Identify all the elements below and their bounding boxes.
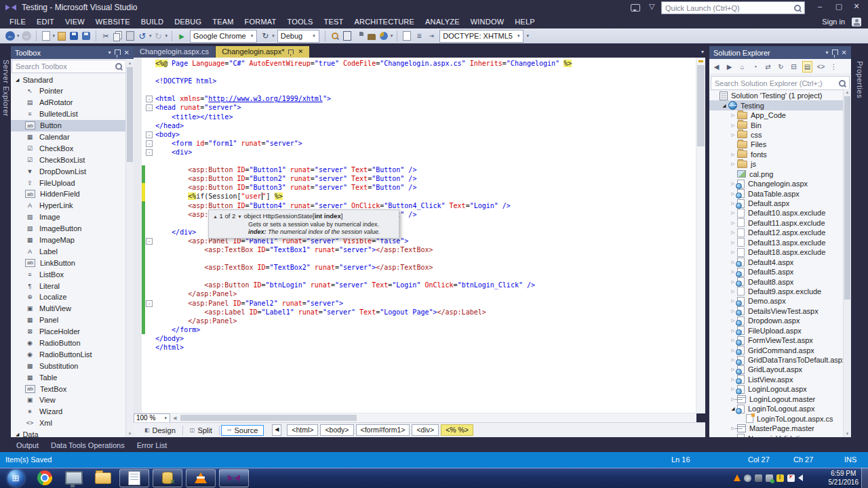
- scroll-up-icon[interactable]: ▲: [844, 89, 851, 96]
- tab-close-icon[interactable]: ✕: [298, 46, 303, 58]
- refresh-icon[interactable]: ↻: [260, 30, 271, 41]
- fold-collapse-icon[interactable]: -: [146, 131, 153, 138]
- toolbox-item-pointer[interactable]: ↖Pointer: [11, 85, 134, 97]
- toolbox-item-checkbox[interactable]: ☑CheckBox: [11, 142, 134, 154]
- toolbox-close-icon[interactable]: ✕: [124, 49, 130, 56]
- fold-collapse-icon[interactable]: -: [146, 300, 153, 307]
- panel-tab-data-tools-operations[interactable]: Data Tools Operations: [51, 441, 125, 449]
- toolbox-menu-icon[interactable]: ▾: [108, 49, 111, 56]
- panel-tab-output[interactable]: Output: [16, 441, 39, 449]
- collapsed-icon[interactable]: ▷: [730, 152, 736, 157]
- fold-collapse-icon[interactable]: -: [146, 238, 153, 245]
- view-button-design[interactable]: ◧Design: [139, 426, 181, 435]
- tree-item-default5-aspx[interactable]: ▷Default5.aspx: [709, 267, 851, 277]
- code-line-5[interactable]: -<html xmlns="http://www.w3.org/1999/xht…: [134, 94, 696, 103]
- toolbox-pin-icon[interactable]: [115, 49, 121, 55]
- document-list-dropdown-icon[interactable]: ▾: [701, 49, 704, 55]
- taskbar-clock[interactable]: 6:59 PM 5/21/2016: [829, 469, 859, 487]
- toolbox-item-view[interactable]: ▣View: [11, 394, 134, 406]
- toolbar-overflow-icon[interactable]: ▾: [391, 33, 393, 39]
- scroll-left-icon[interactable]: ◀: [173, 415, 176, 422]
- tree-item-default18-aspx-exclude[interactable]: ▷Default18.aspx.exclude: [709, 247, 851, 257]
- code-line-17[interactable]: <asp:Button ID="Button4" runat="server" …: [134, 201, 696, 210]
- copy-icon[interactable]: [113, 33, 120, 41]
- add-item-icon[interactable]: [58, 32, 66, 41]
- tree-item-gridlayout-aspx[interactable]: ▷GridLayout.aspx: [709, 365, 851, 374]
- collapsed-icon[interactable]: ▷: [730, 426, 736, 431]
- solution-explorer-pin-icon[interactable]: [832, 49, 838, 55]
- menu-window[interactable]: WINDOW: [465, 16, 509, 28]
- toolbox-item-multiview[interactable]: ▣MultiView: [11, 303, 134, 314]
- menu-view[interactable]: VIEW: [60, 16, 90, 28]
- code-line-2[interactable]: [134, 68, 696, 77]
- solution-search-input[interactable]: Search Solution Explorer (Ctrl+;): [711, 76, 850, 90]
- toolbox-section-standard[interactable]: ◢Standard: [11, 74, 134, 85]
- scrollbar-thumb[interactable]: [697, 65, 705, 146]
- toolbox-item-textbox[interactable]: abTextBox: [11, 383, 134, 394]
- code-line-25[interactable]: [134, 272, 696, 281]
- taskbar-remote-desktop[interactable]: [61, 469, 87, 487]
- document-tab-changelogin-aspx-cs[interactable]: Changelogin.aspx.cs: [134, 46, 215, 58]
- save-all-icon[interactable]: [82, 32, 90, 40]
- toolbox-item-hyperlink[interactable]: AHyperLink: [11, 200, 134, 211]
- notifications-icon[interactable]: ▽: [649, 2, 654, 11]
- tree-item-default-aspx[interactable]: ▷Default.aspx: [709, 199, 851, 208]
- editor-vertical-scrollbar[interactable]: ▲: [696, 58, 705, 413]
- undo-dropdown-icon[interactable]: ▾: [149, 33, 152, 39]
- vlc-tray-icon[interactable]: [734, 474, 741, 481]
- toolbox-item-literal[interactable]: ¶Literal: [11, 280, 134, 291]
- toolbox-header[interactable]: Toolbox ▾ ✕: [11, 46, 134, 59]
- save-icon[interactable]: [70, 32, 78, 40]
- taskbar-data-tools[interactable]: [153, 469, 182, 487]
- code-line-28[interactable]: - <asp:Panel ID="Panel2" runat="server">: [134, 299, 696, 308]
- view-button-source[interactable]: ⇿Source: [221, 425, 264, 436]
- breadcrumb-back-icon[interactable]: ◀: [272, 424, 281, 436]
- breadcrumb-html[interactable]: <html>: [287, 424, 318, 436]
- performance-icon[interactable]: [380, 32, 388, 40]
- collapsed-icon[interactable]: ▷: [730, 289, 736, 294]
- tree-item-gridcommand-aspx[interactable]: ▷GridCommand.aspx: [709, 345, 851, 354]
- show-desktop-button[interactable]: [861, 468, 868, 488]
- taskbar-visual-studio[interactable]: [219, 469, 249, 487]
- menu-analyze[interactable]: ANALYZE: [420, 16, 465, 28]
- code-line-31[interactable]: </form>: [134, 325, 696, 334]
- menu-file[interactable]: FILE: [4, 16, 31, 28]
- toolbox-item-label[interactable]: ALabel: [11, 245, 134, 257]
- code-line-29[interactable]: <asp:Label ID="Label1" runat="server" Te…: [134, 308, 696, 317]
- properties-tab[interactable]: Properties: [854, 46, 864, 114]
- preview-selected-icon[interactable]: ▤: [802, 61, 812, 73]
- fold-collapse-icon[interactable]: -: [146, 104, 153, 111]
- code-line-8[interactable]: </head>: [134, 121, 696, 130]
- quick-launch-input[interactable]: Quick Launch (Ctrl+Q): [661, 1, 805, 14]
- tree-item-testing[interactable]: ◢Testing: [709, 100, 851, 110]
- tree-item-changelogin-aspx[interactable]: ▷Changelogin.aspx: [709, 179, 851, 188]
- code-line-9[interactable]: -<body>: [134, 130, 696, 139]
- tree-item-loginlogout-aspx[interactable]: ▷LoginLogout.aspx: [709, 384, 851, 394]
- expanded-icon[interactable]: ◢: [721, 103, 728, 108]
- code-line-23[interactable]: [134, 254, 696, 263]
- code-line-7[interactable]: <title></title>: [134, 113, 696, 121]
- tree-item-default10-aspx-exclude[interactable]: ▷Default10.aspx.exclude: [709, 208, 851, 218]
- forward-icon[interactable]: ▶: [725, 62, 734, 72]
- indent-icon[interactable]: ≣: [414, 30, 425, 41]
- toolbox-item-image[interactable]: ▨Image: [11, 211, 134, 223]
- new-file-dropdown-icon[interactable]: ▾: [53, 33, 56, 39]
- code-line-30[interactable]: </asp:Panel>: [134, 317, 696, 325]
- code-line-24[interactable]: <asp:TextBox ID="TextBox2" runat="server…: [134, 263, 696, 272]
- toolbox-item-button[interactable]: abButton: [11, 120, 134, 131]
- code-line-12[interactable]: [134, 157, 696, 165]
- scrollbar-thumb[interactable]: [180, 415, 357, 421]
- action-center-icon[interactable]: [776, 474, 784, 482]
- wrench-icon[interactable]: [355, 32, 363, 40]
- toolbox-item-wizard[interactable]: ∗Wizard: [11, 406, 134, 418]
- collapsed-icon[interactable]: ▷: [730, 396, 736, 402]
- collapsed-icon[interactable]: ▷: [730, 123, 736, 128]
- security-icon[interactable]: [766, 474, 773, 482]
- tooltip-next-icon[interactable]: ▼: [237, 214, 242, 219]
- code-line-33[interactable]: </html>: [134, 343, 696, 352]
- section-expander-icon[interactable]: ◢: [16, 432, 19, 437]
- collapsed-icon[interactable]: ▷: [730, 249, 736, 255]
- start-button[interactable]: ⊞: [3, 469, 28, 487]
- sign-in-link[interactable]: Sign in: [822, 16, 845, 28]
- tree-item-griddatatranstodefault-aspx[interactable]: ▷GridDataTransToDefault.aspx: [709, 355, 851, 365]
